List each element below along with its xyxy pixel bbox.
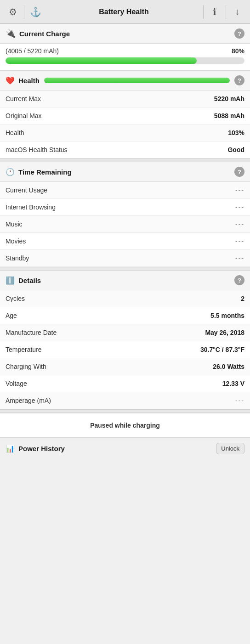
time-remaining-row: Music --- xyxy=(0,216,250,233)
details-row-value: May 26, 2018 xyxy=(205,329,244,336)
health-help-button[interactable]: ? xyxy=(234,75,244,85)
charge-label-row: (4005 / 5220 mAh) 80% xyxy=(6,47,244,55)
time-row-value: --- xyxy=(235,254,244,262)
time-remaining-header-left: 🕐 Time Remaining xyxy=(6,168,72,176)
charge-fraction: (4005 / 5220 mAh) xyxy=(6,47,59,55)
current-charge-label: Current Charge xyxy=(19,30,70,38)
details-label: Details xyxy=(18,277,41,284)
details-row-label: Voltage xyxy=(6,380,27,387)
health-row-label: Current Max xyxy=(6,95,41,102)
anchor-button[interactable]: ⚓ xyxy=(25,2,45,22)
health-bar-track xyxy=(44,78,230,83)
health-row-value: Good xyxy=(227,146,244,153)
plug-icon: 🔌 xyxy=(6,28,16,39)
charge-progress-track xyxy=(6,57,244,64)
toolbar-divider-2 xyxy=(203,5,204,19)
gear-button[interactable]: ⚙ xyxy=(3,2,23,22)
health-row: Original Max 5088 mAh xyxy=(0,107,250,124)
time-row-label: Standby xyxy=(6,254,29,262)
power-history-left: 📊 Power History xyxy=(6,444,65,453)
time-row-value: --- xyxy=(235,203,244,211)
time-remaining-row: Movies --- xyxy=(0,233,250,250)
details-header-left: ℹ️ Details xyxy=(6,276,41,285)
time-remaining-row: Internet Browsing --- xyxy=(0,199,250,216)
details-row-label: Temperature xyxy=(6,346,42,353)
time-remaining-help-button[interactable]: ? xyxy=(234,167,244,177)
details-row-value: 2 xyxy=(241,295,244,302)
details-header: ℹ️ Details ? xyxy=(0,271,250,290)
details-row-value: 26.0 Watts xyxy=(213,363,244,370)
details-row: Manufacture Date May 26, 2018 xyxy=(0,324,250,341)
time-row-label: Movies xyxy=(6,237,26,245)
time-row-value: --- xyxy=(235,186,244,194)
section-divider-2 xyxy=(0,267,250,271)
details-row: Amperage (mA) --- xyxy=(0,392,250,409)
health-row-value: 5088 mAh xyxy=(214,112,244,119)
paused-notice: Paused while charging xyxy=(0,413,250,438)
health-header-left: ❤️ Health xyxy=(6,76,40,85)
heart-icon: ❤️ xyxy=(6,76,15,85)
time-remaining-row: Current Usage --- xyxy=(0,182,250,199)
health-row-value: 103% xyxy=(228,129,244,136)
details-row: Cycles 2 xyxy=(0,290,250,307)
current-charge-header-left: 🔌 Current Charge xyxy=(6,28,70,39)
unlock-button[interactable]: Unlock xyxy=(216,443,244,454)
gear-icon: ⚙ xyxy=(9,6,17,17)
details-icon: ℹ️ xyxy=(6,276,15,285)
health-row: macOS Health Status Good xyxy=(0,141,250,158)
charge-percent: 80% xyxy=(232,47,244,55)
details-row-value: --- xyxy=(235,397,244,404)
time-row-value: --- xyxy=(235,220,244,228)
details-row: Age 5.5 months xyxy=(0,307,250,324)
details-row: Voltage 12.33 V xyxy=(0,375,250,392)
health-row-label: Health xyxy=(6,129,24,136)
toolbar-title: Battery Health xyxy=(45,8,202,16)
info-icon: ℹ xyxy=(213,6,216,17)
toolbar: ⚙ ⚓ Battery Health ℹ ↓ xyxy=(0,0,250,24)
anchor-icon: ⚓ xyxy=(30,6,41,17)
clock-icon: 🕐 xyxy=(6,168,15,176)
section-divider-3 xyxy=(0,409,250,413)
details-row-label: Cycles xyxy=(6,295,25,302)
time-remaining-header: 🕐 Time Remaining ? xyxy=(0,162,250,182)
details-row-label: Age xyxy=(6,312,17,319)
charge-area: (4005 / 5220 mAh) 80% xyxy=(0,44,250,71)
health-header: ❤️ Health ? xyxy=(0,71,250,90)
details-row-value: 5.5 months xyxy=(210,312,244,319)
time-row-label: Music xyxy=(6,220,23,228)
toolbar-divider-3 xyxy=(226,5,226,19)
download-button[interactable]: ↓ xyxy=(227,2,247,22)
health-row-value: 5220 mAh xyxy=(214,95,244,102)
health-row-label: Original Max xyxy=(6,112,42,119)
time-remaining-label: Time Remaining xyxy=(18,168,72,176)
details-rows: Cycles 2 Age 5.5 months Manufacture Date… xyxy=(0,290,250,409)
health-row: Current Max 5220 mAh xyxy=(0,90,250,107)
time-row-label: Internet Browsing xyxy=(6,203,56,211)
details-help-button[interactable]: ? xyxy=(234,275,244,285)
time-row-label: Current Usage xyxy=(6,186,47,194)
details-row-value: 12.33 V xyxy=(222,380,244,387)
health-label: Health xyxy=(18,77,40,85)
details-row: Charging With 26.0 Watts xyxy=(0,358,250,375)
health-rows: Current Max 5220 mAh Original Max 5088 m… xyxy=(0,90,250,158)
section-divider-1 xyxy=(0,158,250,162)
details-row-label: Charging With xyxy=(6,363,46,370)
details-row-value: 30.7°C / 87.3°F xyxy=(200,346,244,353)
bar-chart-icon: 📊 xyxy=(6,444,15,453)
info-button[interactable]: ℹ xyxy=(205,2,225,22)
time-remaining-row: Standby --- xyxy=(0,250,250,267)
toolbar-divider-1 xyxy=(24,5,24,19)
current-charge-header: 🔌 Current Charge ? xyxy=(0,24,250,44)
time-row-value: --- xyxy=(235,237,244,245)
health-bar-fill xyxy=(44,78,230,83)
details-row: Temperature 30.7°C / 87.3°F xyxy=(0,341,250,358)
time-remaining-rows: Current Usage --- Internet Browsing --- … xyxy=(0,182,250,267)
charge-progress-fill xyxy=(6,57,197,64)
current-charge-help-button[interactable]: ? xyxy=(234,28,244,39)
power-history-header: 📊 Power History Unlock xyxy=(0,438,250,459)
details-row-label: Manufacture Date xyxy=(6,329,57,336)
details-row-label: Amperage (mA) xyxy=(6,397,51,404)
power-history-label: Power History xyxy=(18,445,65,452)
health-row: Health 103% xyxy=(0,124,250,141)
health-row-label: macOS Health Status xyxy=(6,146,68,153)
